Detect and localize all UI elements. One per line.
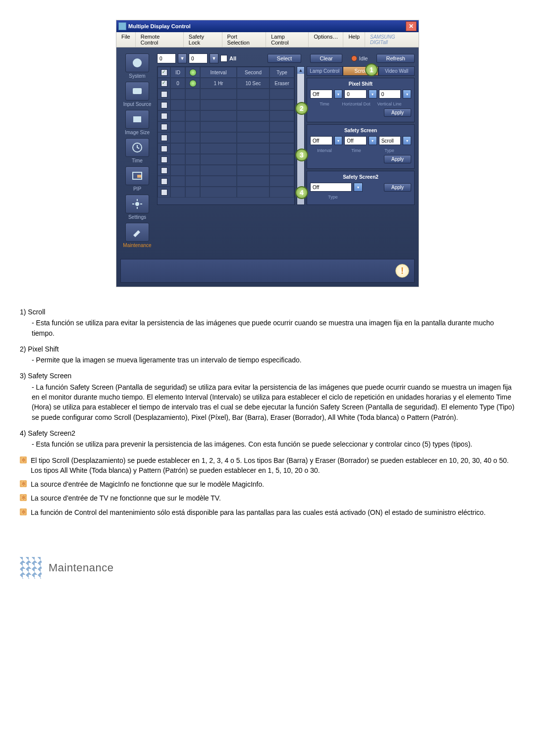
row-type — [269, 154, 294, 165]
menu-remote-control[interactable]: Remote Control — [136, 32, 184, 47]
menu-safety-lock[interactable]: Safety Lock — [184, 32, 222, 47]
item-number: 4) — [20, 429, 26, 437]
ps-hdot-label: Horizontal Dot — [339, 101, 374, 106]
row-id: 0 — [170, 78, 185, 89]
table-row[interactable] — [158, 187, 294, 198]
row-status-icon — [189, 80, 197, 87]
sidebar-item-image-size[interactable]: Image Size — [125, 110, 150, 135]
ss-interval-select[interactable]: Off — [310, 136, 332, 145]
row-id — [170, 154, 185, 165]
sidebar-item-input-source[interactable]: Input Source — [123, 82, 152, 107]
sidebar-item-time[interactable]: Time — [125, 138, 149, 163]
tab-lamp-control[interactable]: Lamp Control — [307, 66, 343, 76]
window-title: Multiple Display Control — [128, 23, 191, 29]
row-check-icon[interactable] — [161, 167, 167, 174]
ss2-type-select[interactable]: Off — [310, 183, 352, 192]
header-check-icon[interactable] — [161, 69, 167, 76]
sidebar-label: PIP — [133, 186, 141, 192]
ps-vline-select[interactable]: 0 — [379, 90, 401, 99]
row-check-icon[interactable] — [161, 146, 167, 152]
ss-time-dropdown[interactable]: ▾ — [369, 136, 377, 145]
pixel-shift-panel: 2 Pixel Shift Off▾ 0▾ 0▾ Time Horizontal… — [307, 78, 415, 122]
select-button[interactable]: Select — [268, 54, 302, 63]
ps-time-select[interactable]: Off — [310, 90, 332, 99]
id-field-1-dropdown[interactable]: ▼ — [178, 53, 187, 63]
top-toolbar: 0 ▼ 0 ▼ All Select Clear Idle Refresh — [157, 53, 415, 63]
ps-hdot-dropdown[interactable]: ▾ — [369, 90, 377, 99]
image-size-icon — [125, 110, 149, 129]
ps-apply-button[interactable]: Apply — [384, 108, 411, 117]
note-icon — [20, 494, 27, 501]
row-second — [237, 89, 269, 100]
ss-time-select[interactable]: Off — [344, 136, 367, 145]
row-interval — [200, 100, 237, 110]
sidebar-label: Image Size — [125, 130, 150, 135]
row-second — [237, 143, 269, 154]
row-check-icon[interactable] — [161, 156, 167, 163]
ss-type-dropdown[interactable]: ▾ — [403, 136, 411, 145]
table-row[interactable] — [158, 176, 294, 187]
table-row[interactable]: 01 Hr10 SecEraser — [158, 78, 294, 89]
table-row[interactable] — [158, 143, 294, 154]
all-checkbox[interactable] — [220, 55, 227, 62]
ps-time-dropdown[interactable]: ▾ — [334, 90, 343, 99]
menu-lamp-control[interactable]: Lamp Control — [266, 32, 309, 47]
ps-hdot-select[interactable]: 0 — [344, 90, 367, 99]
row-second: 10 Sec — [237, 78, 269, 89]
app-window: Multiple Display Control ✕ File Remote C… — [116, 20, 419, 287]
row-check-icon[interactable] — [161, 124, 167, 130]
item-desc: - Permite que la imagen se mueva ligeram… — [20, 355, 515, 365]
clear-button[interactable]: Clear — [310, 54, 342, 63]
sidebar-item-pip[interactable]: PIP — [125, 166, 149, 192]
row-check-icon[interactable] — [161, 178, 167, 185]
close-button[interactable]: ✕ — [406, 21, 417, 31]
row-check-icon[interactable] — [161, 113, 167, 119]
ps-vline-dropdown[interactable]: ▾ — [403, 90, 411, 99]
ss-apply-button[interactable]: Apply — [384, 155, 411, 163]
sidebar-item-system[interactable]: System — [125, 53, 149, 79]
ss2-type-dropdown[interactable]: ▾ — [354, 183, 363, 192]
note-text: La función de Control del mantenimiento … — [31, 507, 485, 517]
ss-type-select[interactable]: Scroll — [379, 136, 401, 145]
callout-1: 1 — [365, 63, 378, 76]
svg-rect-1 — [133, 88, 142, 94]
note-text: El tipo Scroll (Desplazamiento) se puede… — [31, 455, 515, 476]
id-field-1[interactable]: 0 — [157, 53, 176, 63]
safety-screen-panel: 3 Safety Screen Off▾ Off▾ Scroll▾ Interv… — [307, 124, 415, 169]
sidebar-label: Input Source — [123, 101, 152, 107]
menu-options[interactable]: Options… — [309, 32, 343, 47]
row-check-icon[interactable] — [161, 91, 167, 98]
col-check — [158, 67, 170, 78]
safety-screen2-title: Safety Screen2 — [310, 174, 411, 180]
id-field-2-dropdown[interactable]: ▼ — [210, 53, 218, 63]
sidebar-item-settings[interactable]: Settings — [125, 195, 149, 220]
grid-scrollbar[interactable]: ▲ — [297, 66, 305, 205]
id-field-2[interactable]: 0 — [189, 53, 208, 63]
row-check-icon[interactable] — [161, 135, 167, 141]
ss-interval-dropdown[interactable]: ▾ — [334, 136, 343, 145]
svg-rect-2 — [133, 116, 141, 122]
all-label: All — [229, 55, 236, 61]
table-row[interactable] — [158, 154, 294, 165]
table-row[interactable] — [158, 89, 294, 100]
menu-help[interactable]: Help — [343, 32, 365, 47]
scroll-up-icon[interactable]: ▲ — [297, 67, 304, 74]
menu-port-selection[interactable]: Port Selection — [222, 32, 267, 47]
row-check-icon[interactable] — [161, 102, 167, 108]
item-title: Scroll — [28, 308, 45, 316]
table-row[interactable] — [158, 132, 294, 143]
menu-file[interactable]: File — [116, 32, 136, 47]
tab-video-wall[interactable]: Video Wall — [378, 66, 415, 76]
ss2-apply-button[interactable]: Apply — [384, 183, 411, 192]
sidebar-item-maintenance[interactable]: Maintenance — [123, 223, 151, 248]
app-icon — [118, 22, 126, 30]
row-interval — [200, 176, 237, 187]
refresh-button[interactable]: Refresh — [376, 54, 415, 63]
table-row[interactable] — [158, 100, 294, 110]
row-check-icon[interactable] — [161, 189, 167, 196]
table-row[interactable] — [158, 121, 294, 132]
section-icon — [20, 557, 42, 579]
table-row[interactable] — [158, 165, 294, 176]
table-row[interactable] — [158, 110, 294, 121]
row-check-icon[interactable] — [161, 80, 167, 87]
